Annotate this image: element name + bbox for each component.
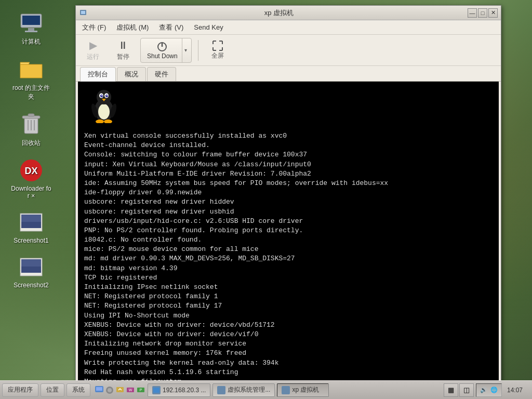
taskbar-item-xp-vm[interactable]: xp 虚拟机 — [277, 383, 329, 397]
view-button-2[interactable]: ◫ — [459, 383, 474, 397]
trash-icon — [19, 112, 44, 137]
screenshot2-icon — [19, 255, 44, 280]
toolbar-separator — [198, 40, 198, 61]
xp-vm-taskbar-icon — [282, 386, 290, 394]
window-title: xp 虚拟机 — [90, 8, 468, 18]
svg-rect-1 — [22, 16, 40, 25]
system-tray: 🔊 🌐 — [476, 383, 502, 397]
svg-rect-46 — [283, 388, 289, 393]
desktop-icon-screenshot1[interactable]: Screenshot1 — [10, 210, 52, 244]
network-label: 192.168.20.3 ... — [163, 387, 206, 394]
screenshot1-icon — [19, 210, 44, 235]
window-controls: — □ ✕ — [468, 8, 498, 18]
desktop: 计算机 root 的主文件夹 — [0, 0, 532, 399]
svg-point-29 — [101, 95, 102, 96]
fullscreen-label: 全屏 — [211, 51, 224, 60]
taskbar-item-vm-manager[interactable]: 虚拟系统管理... — [212, 383, 275, 397]
tux-logo — [78, 82, 499, 127]
svg-text:P: P — [140, 388, 142, 392]
svg-point-38 — [108, 388, 112, 392]
svg-text:DX: DX — [24, 166, 37, 176]
shutdown-label: Shut Down — [147, 52, 178, 60]
computer-label: 计算机 — [22, 37, 41, 46]
shutdown-main-button[interactable]: Shut Down — [143, 39, 182, 62]
screenshot2-label: Screenshot2 — [14, 282, 48, 289]
tray-icon-2 — [105, 385, 114, 395]
minimize-button[interactable]: — — [468, 8, 477, 18]
location-menu[interactable]: 位置 — [41, 383, 64, 397]
svg-rect-6 — [28, 114, 34, 116]
taskbar-item-network[interactable]: 192.168.20.3 ... — [148, 383, 210, 397]
tray-icon-5: P — [136, 385, 145, 395]
vm-manager-taskbar-icon — [217, 386, 225, 394]
close-button[interactable]: ✕ — [488, 8, 498, 18]
vm-title-icon — [79, 9, 87, 17]
vm-window: xp 虚拟机 — □ ✕ 文件 (F) 虚拟机 (M) 查看 (V) Send … — [75, 5, 501, 390]
folder-icon — [19, 57, 44, 82]
desktop-icon-downloader[interactable]: DX Downloader for × — [10, 158, 52, 200]
svg-rect-2 — [28, 28, 34, 31]
taskbar: 应用程序 位置 系统 W — [0, 380, 532, 399]
svg-rect-14 — [21, 215, 41, 222]
svg-point-23 — [98, 104, 110, 119]
computer-icon — [19, 10, 44, 35]
tray-icon-3 — [115, 385, 125, 395]
menu-file[interactable]: 文件 (F) — [78, 21, 110, 34]
dx-icon: DX — [19, 158, 44, 183]
svg-text:W: W — [129, 388, 132, 392]
svg-rect-45 — [218, 388, 224, 393]
run-label: 运行 — [87, 52, 99, 61]
maximize-button[interactable]: □ — [478, 8, 487, 18]
view-buttons: ▦ ◫ — [444, 383, 474, 397]
desktop-icon-trash[interactable]: 回收站 — [10, 112, 52, 148]
pause-icon: ⏸ — [118, 39, 128, 51]
vm-manager-label: 虚拟系统管理... — [228, 385, 270, 394]
system-menu[interactable]: 系统 — [66, 383, 90, 397]
console-text: Xen virtual console successfully install… — [78, 127, 499, 387]
svg-rect-36 — [96, 387, 102, 391]
menu-view[interactable]: 查看 (V) — [155, 21, 188, 34]
shutdown-control: Shut Down ▾ — [140, 38, 192, 63]
console-area[interactable]: Xen virtual console successfully install… — [78, 82, 499, 387]
title-bar: xp 虚拟机 — □ ✕ — [76, 6, 501, 20]
run-button[interactable]: ▶ 运行 — [80, 37, 106, 64]
shutdown-dropdown-button[interactable]: ▾ — [182, 38, 189, 63]
desktop-icon-home[interactable]: root 的主文件夹 — [10, 57, 52, 101]
tab-overview[interactable]: 概况 — [117, 67, 146, 81]
trash-label: 回收站 — [22, 139, 41, 148]
tray-icon-1 — [95, 385, 104, 395]
tab-bar: 控制台 概况 硬件 — [76, 66, 501, 82]
menu-vm[interactable]: 虚拟机 (M) — [112, 21, 153, 34]
svg-point-24 — [97, 90, 111, 104]
menu-bar: 文件 (F) 虚拟机 (M) 查看 (V) Send Key — [76, 20, 501, 35]
screenshot1-label: Screenshot1 — [14, 237, 48, 244]
pause-label: 暂停 — [117, 52, 129, 61]
applications-menu[interactable]: 应用程序 — [2, 383, 38, 397]
xp-vm-label: xp 虚拟机 — [292, 385, 319, 394]
run-icon: ▶ — [89, 39, 97, 51]
toolbar: ▶ 运行 ⏸ 暂停 Shut Down ▾ — [76, 35, 501, 66]
tab-hardware[interactable]: 硬件 — [147, 67, 176, 81]
desktop-icons: 计算机 root 的主文件夹 — [10, 10, 52, 289]
svg-point-30 — [107, 95, 108, 96]
menu-sendkey[interactable]: Send Key — [190, 22, 227, 33]
tux-image — [88, 87, 119, 123]
svg-rect-19 — [81, 11, 85, 14]
system-label: 系统 — [72, 385, 85, 394]
downloader-label: Downloader for × — [10, 185, 52, 200]
desktop-icon-computer[interactable]: 计算机 — [10, 10, 52, 46]
tray-sound-icon: 🔊 — [480, 386, 488, 394]
location-label: 位置 — [46, 385, 59, 394]
fullscreen-icon — [212, 40, 223, 51]
pause-button[interactable]: ⏸ 暂停 — [110, 37, 136, 64]
desktop-icon-screenshot2[interactable]: Screenshot2 — [10, 255, 52, 289]
svg-rect-3 — [25, 31, 37, 32]
view-button-1[interactable]: ▦ — [444, 383, 458, 397]
home-label: root 的主文件夹 — [10, 84, 52, 101]
taskbar-items: 192.168.20.3 ... 虚拟系统管理... xp 虚拟机 — [148, 381, 437, 399]
tab-console[interactable]: 控制台 — [80, 67, 116, 82]
tray-network-icon: 🌐 — [490, 386, 498, 394]
fullscreen-button[interactable]: 全屏 — [205, 37, 231, 64]
svg-rect-39 — [116, 387, 124, 392]
taskbar-right: ▦ ◫ 🔊 🌐 14:07 — [440, 383, 530, 397]
